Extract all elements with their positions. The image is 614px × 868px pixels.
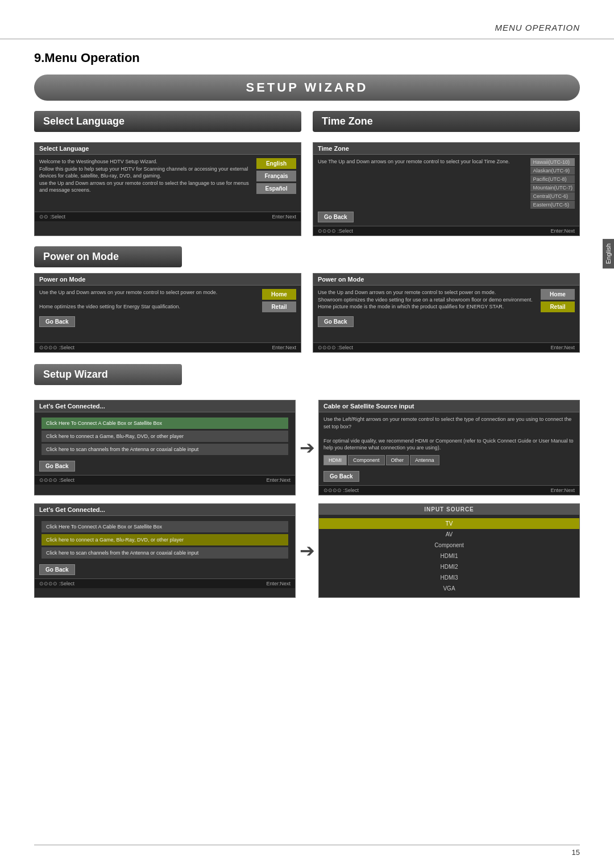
- connect-cable-box-top[interactable]: Click Here To Connect A Cable Box or Sat…: [42, 418, 288, 429]
- power-on-mode-left-go-back[interactable]: Go Back: [39, 316, 75, 327]
- espanol-button[interactable]: Español: [256, 183, 296, 194]
- power-on-mode-right-body: Home Retail Use the Up and Down arrows o…: [313, 286, 579, 342]
- input-source-title: INPUT SOURCE: [319, 504, 579, 515]
- cable-satellite-title: Cable or Satellite Source input: [319, 400, 579, 412]
- lets-connected-top-body: Click Here To Connect A Cable Box or Sat…: [35, 412, 295, 475]
- timezone-list: Hawaii(UTC-10) Alaskan(UTC-9) Pacific(UT…: [530, 158, 575, 209]
- cable-satellite-body: Use the Left/Right arrows on your remote…: [319, 412, 579, 485]
- lets-connected-top-footer-left: ⊙⊙⊙⊙ :Select: [39, 477, 74, 483]
- time-zone-panel-footer: ⊙⊙⊙⊙ :Select Enter:Next: [313, 226, 579, 235]
- language-timezone-panels: Select Language English Français Español…: [34, 142, 580, 236]
- lets-connected-top-title: Let's Get Connected...: [35, 400, 295, 412]
- select-language-footer-left: ⊙⊙ :Select: [39, 214, 65, 220]
- power-on-mode-right-panel: Power on Mode Home Retail Use the Up and…: [313, 273, 580, 353]
- time-zone-panel: Time Zone Hawaii(UTC-10) Alaskan(UTC-9) …: [313, 142, 580, 236]
- power-on-mode-panels: Power on Mode Home Retail Use the Up and…: [34, 273, 580, 353]
- page-number: 15: [572, 848, 580, 857]
- lets-get-connected-top-panel: Let's Get Connected... Click Here To Con…: [34, 400, 296, 495]
- lets-connected-top-footer-right: Enter:Next: [266, 477, 291, 483]
- english-side-tab: English: [603, 239, 614, 268]
- component-tab[interactable]: Component: [348, 455, 385, 465]
- power-on-mode-right-footer-right: Enter:Next: [550, 345, 575, 350]
- power-on-mode-header: Power on Mode: [34, 246, 182, 267]
- select-language-panel: Select Language English Français Español…: [34, 142, 301, 236]
- tz-eastern: Eastern(UTC-5): [530, 201, 575, 209]
- power-on-mode-right-go-back[interactable]: Go Back: [318, 316, 354, 327]
- page-header: MENU OPERATION: [0, 0, 614, 39]
- connect-antenna-bottom[interactable]: Click here to scan channels from the Ant…: [42, 547, 288, 559]
- lets-connected-bottom-footer-left: ⊙⊙⊙⊙ :Select: [39, 581, 74, 586]
- arrow-connector-bottom: ➔: [296, 540, 318, 561]
- retail-button-right[interactable]: Retail: [541, 301, 575, 312]
- lets-connected-bottom-go-back[interactable]: Go Back: [39, 564, 75, 575]
- antenna-tab[interactable]: Antenna: [410, 455, 439, 465]
- language-timezone-headers: Select Language Time Zone: [34, 111, 580, 132]
- lets-connected-bottom-body: Click Here To Connect A Cable Box or Sat…: [35, 516, 295, 578]
- select-language-panel-footer: ⊙⊙ :Select Enter:Next: [35, 212, 301, 221]
- cable-satellite-footer: ⊙⊙⊙⊙ :Select Enter:Next: [319, 485, 579, 495]
- page-content: 9.Menu Operation SETUP WIZARD Select Lan…: [0, 39, 614, 629]
- select-language-panel-body: English Français Español Welcome to the …: [35, 155, 301, 212]
- power-on-mode-right-text: Use the Up and Down arrows on your remot…: [318, 289, 575, 311]
- tz-central: Central(UTC-6): [530, 192, 575, 200]
- input-component[interactable]: Component: [319, 540, 579, 551]
- setup-wizard-banner-label: SETUP WIZARD: [246, 80, 368, 94]
- francais-button[interactable]: Français: [256, 171, 296, 181]
- lets-get-connected-bottom-panel: Let's Get Connected... Click Here To Con…: [34, 503, 296, 598]
- arrow-connector-top: ➔: [296, 437, 318, 458]
- input-av[interactable]: AV: [319, 529, 579, 540]
- power-on-mode-left-title: Power on Mode: [35, 274, 301, 286]
- lets-connected-bottom-title: Let's Get Connected...: [35, 504, 295, 516]
- time-zone-panel-title: Time Zone: [313, 143, 579, 155]
- power-on-mode-left-panel: Power on Mode Home Retail Use the Up and…: [34, 273, 301, 353]
- other-tab[interactable]: Other: [386, 455, 409, 465]
- time-zone-footer-right: Enter:Next: [550, 228, 575, 234]
- home-button-left[interactable]: Home: [262, 289, 296, 300]
- time-zone-panel-body: Hawaii(UTC-10) Alaskan(UTC-9) Pacific(UT…: [313, 155, 579, 226]
- input-tv[interactable]: TV: [319, 518, 579, 529]
- home-button-right[interactable]: Home: [541, 289, 575, 300]
- lets-connected-bottom-footer-right: Enter:Next: [266, 581, 291, 586]
- tz-hawaii: Hawaii(UTC-10): [530, 158, 575, 166]
- power-on-mode-right-title: Power on Mode: [313, 274, 579, 286]
- cable-satellite-panel: Cable or Satellite Source input Use the …: [318, 400, 580, 495]
- retail-button-left[interactable]: Retail: [262, 301, 296, 312]
- power-on-mode-right-footer-left: ⊙⊙⊙⊙ :Select: [318, 345, 353, 350]
- cable-satellite-text: Use the Left/Right arrows on your remote…: [323, 416, 575, 452]
- power-mode-left-buttons: Home Retail: [262, 289, 296, 312]
- english-button[interactable]: English: [256, 158, 296, 169]
- input-hdmi2[interactable]: HDMI2: [319, 561, 579, 572]
- lets-connected-top-go-back[interactable]: Go Back: [39, 461, 75, 472]
- power-on-mode-right-footer: ⊙⊙⊙⊙ :Select Enter:Next: [313, 342, 579, 352]
- power-on-mode-left-footer: ⊙⊙⊙⊙ :Select Enter:Next: [35, 342, 301, 352]
- input-hdmi1[interactable]: HDMI1: [319, 551, 579, 561]
- time-zone-header: Time Zone: [313, 111, 580, 132]
- power-mode-right-buttons: Home Retail: [541, 289, 575, 312]
- power-on-mode-left-body: Home Retail Use the Up and Down arrows o…: [35, 286, 301, 342]
- connect-antenna-top[interactable]: Click here to scan channels from the Ant…: [42, 444, 288, 455]
- tz-alaskan: Alaskan(UTC-9): [530, 167, 575, 175]
- input-hdmi3[interactable]: HDMI3: [319, 572, 579, 583]
- setup-wizard-top-row: Let's Get Connected... Click Here To Con…: [34, 400, 580, 495]
- connect-cable-box-bottom[interactable]: Click Here To Connect A Cable Box or Sat…: [42, 521, 288, 532]
- input-source-panel: INPUT SOURCE TV AV Component HDMI1 HDMI2…: [318, 503, 580, 598]
- menu-operation-label: MENU OPERATION: [495, 23, 580, 32]
- tz-pacific: Pacific(UTC-8): [530, 175, 575, 183]
- tz-mountain: Mountain(UTC-7): [530, 184, 575, 192]
- select-language-panel-title: Select Language: [35, 143, 301, 155]
- setup-wizard-banner: SETUP WIZARD: [34, 75, 580, 101]
- setup-wizard-section-header-row: Setup Wizard: [34, 364, 580, 393]
- setup-wizard-bottom-row: Let's Get Connected... Click Here To Con…: [34, 503, 580, 598]
- connect-game-player-top[interactable]: Click here to connect a Game, Blu-Ray, D…: [42, 431, 288, 442]
- timezone-go-back-button[interactable]: Go Back: [318, 212, 354, 222]
- input-vga[interactable]: VGA: [319, 583, 579, 594]
- source-tabs: HDMI Component Other Antenna: [323, 455, 575, 465]
- cable-satellite-go-back[interactable]: Go Back: [323, 471, 359, 482]
- language-button-group: English Français Español: [256, 158, 296, 194]
- section-title: 9.Menu Operation: [34, 51, 580, 65]
- connect-game-player-bottom[interactable]: Click here to connect a Game, Blu-Ray, D…: [42, 534, 288, 545]
- power-on-mode-header-row: Power on Mode: [34, 246, 580, 267]
- hdmi-tab[interactable]: HDMI: [323, 455, 347, 465]
- setup-wizard-section-header: Setup Wizard: [34, 364, 182, 385]
- lets-connected-bottom-footer: ⊙⊙⊙⊙ :Select Enter:Next: [35, 578, 295, 588]
